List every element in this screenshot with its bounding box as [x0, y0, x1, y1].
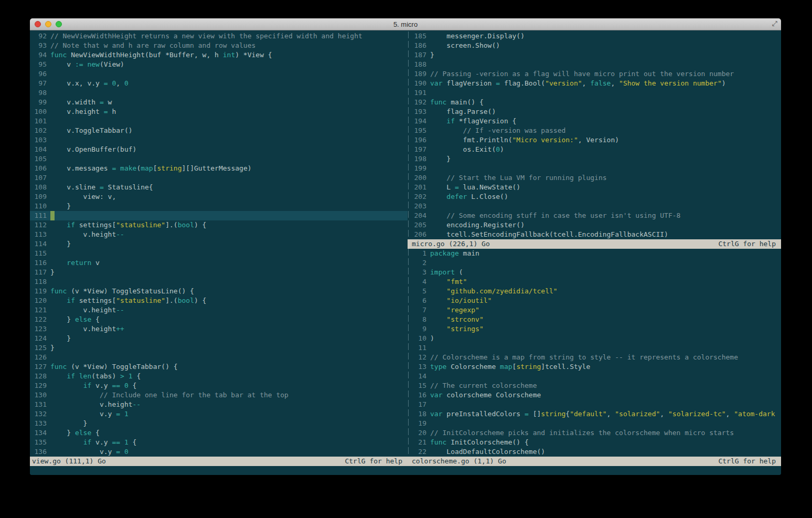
pane-colorscheme-go[interactable]: 1package main23import (4 "fmt"5 "github.…: [408, 249, 781, 457]
code-line-100[interactable]: 100 v.height = h: [32, 107, 408, 117]
code-line-120[interactable]: 120 if settings["statusline"].(bool) {: [32, 296, 408, 305]
code-line-102[interactable]: 102 v.ToggleTabbar(): [32, 126, 408, 135]
code-line-5[interactable]: 5 "github.com/zyedidia/tcell": [412, 287, 781, 296]
code-line-199[interactable]: 199: [412, 164, 781, 173]
code-line-114[interactable]: 114 }: [32, 239, 408, 249]
code-line-123[interactable]: 123 v.height++: [32, 324, 408, 334]
code-line-186[interactable]: 186 screen.Show(): [412, 41, 781, 50]
code-line-193[interactable]: 193 flag.Parse(): [412, 107, 781, 117]
zoom-button[interactable]: [56, 21, 62, 27]
code-line-4[interactable]: 4 "fmt": [412, 277, 781, 287]
code-line-188[interactable]: 188: [412, 60, 781, 69]
code-line-15[interactable]: 15// The current colorscheme: [412, 381, 781, 390]
pane-view-go[interactable]: 92// NewViewWidthHeight returns a new vi…: [30, 31, 408, 457]
code-line-107[interactable]: 107: [32, 173, 408, 183]
code-line-94[interactable]: 94func NewViewWidthHeight(buf *Buffer, w…: [32, 50, 408, 60]
code-line-187[interactable]: 187}: [412, 50, 781, 60]
code-line-20[interactable]: 20// InitColorscheme picks and initializ…: [412, 428, 781, 438]
code-line-205[interactable]: 205 encoding.Register(): [412, 220, 781, 230]
code-line-203[interactable]: 203: [412, 202, 781, 211]
code-line-19[interactable]: 19: [412, 419, 781, 428]
minimize-button[interactable]: [45, 21, 51, 27]
code-line-198[interactable]: 198 }: [412, 154, 781, 164]
code-line-129[interactable]: 129 if v.y == 0 {: [32, 381, 408, 390]
code-line-132[interactable]: 132 v.y = 1: [32, 409, 408, 419]
code-line-115[interactable]: 115: [32, 249, 408, 258]
code-line-131[interactable]: 131 v.height--: [32, 400, 408, 409]
code-line-14[interactable]: 14: [412, 372, 781, 381]
code-line-7[interactable]: 7 "regexp": [412, 305, 781, 315]
code-line-125[interactable]: 125}: [32, 343, 408, 353]
fullscreen-icon[interactable]: ⤢: [772, 19, 777, 28]
code-line-105[interactable]: 105: [32, 154, 408, 164]
code-line-121[interactable]: 121 v.height--: [32, 305, 408, 315]
code-line-133[interactable]: 133 }: [32, 419, 408, 428]
code-line-204[interactable]: 204 // Some encoding stuff in case the u…: [412, 211, 781, 220]
code-line-92[interactable]: 92// NewViewWidthHeight returns a new vi…: [32, 31, 408, 41]
code-line-192[interactable]: 192func main() {: [412, 98, 781, 107]
window-titlebar[interactable]: 5. micro ⤢: [30, 18, 781, 30]
code-line-126[interactable]: 126: [32, 353, 408, 362]
code-line-118[interactable]: 118: [32, 277, 408, 287]
code-line-116[interactable]: 116 return v: [32, 258, 408, 268]
code-line-1[interactable]: 1package main: [412, 249, 781, 258]
code-line-103[interactable]: 103: [32, 135, 408, 145]
code-line-9[interactable]: 9 "strings": [412, 324, 781, 334]
code-line-97[interactable]: 97 v.x, v.y = 0, 0: [32, 79, 408, 88]
code-line-189[interactable]: 189// Passing -version as a flag will ha…: [412, 69, 781, 79]
code-line-119[interactable]: 119func (v *View) ToggleStatusLine() {: [32, 287, 408, 296]
code-line-196[interactable]: 196 fmt.Println("Micro version:", Versio…: [412, 135, 781, 145]
code-line-104[interactable]: 104 v.OpenBuffer(buf): [32, 145, 408, 154]
code-line-134[interactable]: 134 } else {: [32, 428, 408, 438]
code-line-21[interactable]: 21func InitColorscheme() {: [412, 438, 781, 447]
code-line-112[interactable]: 112 if settings["statusline"].(bool) {: [32, 220, 408, 230]
code-line-128[interactable]: 128 if len(tabs) > 1 {: [32, 372, 408, 381]
close-button[interactable]: [35, 21, 41, 27]
code-line-202[interactable]: 202 defer L.Close(): [412, 192, 781, 202]
code-line-95[interactable]: 95 v := new(View): [32, 60, 408, 69]
code-line-108[interactable]: 108 v.sline = Statusline{: [32, 183, 408, 192]
code-line-122[interactable]: 122 } else {: [32, 315, 408, 324]
code-line-22[interactable]: 22 LoadDefaultColorscheme(): [412, 447, 781, 457]
code-line-195[interactable]: 195 // If -version was passed: [412, 126, 781, 135]
code-line-96[interactable]: 96: [32, 69, 408, 79]
code-line-201[interactable]: 201 L = lua.NewState(): [412, 183, 781, 192]
code-line-124[interactable]: 124 }: [32, 334, 408, 343]
code-line-106[interactable]: 106 v.messages = make(map[string][]Gutte…: [32, 164, 408, 173]
code-line-194[interactable]: 194 if *flagVersion {: [412, 117, 781, 126]
code-line-109[interactable]: 109 view: v,: [32, 192, 408, 202]
code-line-200[interactable]: 200 // Start the Lua VM for running plug…: [412, 173, 781, 183]
code-line-99[interactable]: 99 v.width = w: [32, 98, 408, 107]
code-line-111[interactable]: 111: [30, 211, 408, 220]
code-line-130[interactable]: 130 // Include one line for the tab bar …: [32, 390, 408, 400]
code-line-98[interactable]: 98: [32, 88, 408, 98]
pane-micro-go[interactable]: 185 messenger.Display()186 screen.Show()…: [408, 31, 781, 239]
code-line-113[interactable]: 113 v.height--: [32, 230, 408, 239]
code-line-10[interactable]: 10): [412, 334, 781, 343]
code-line-127[interactable]: 127func (v *View) ToggleTabbar() {: [32, 362, 408, 372]
code-line-8[interactable]: 8 "strconv": [412, 315, 781, 324]
code-line-12[interactable]: 12// Colorscheme is a map from string to…: [412, 353, 781, 362]
code-line-17[interactable]: 17: [412, 400, 781, 409]
code-line-197[interactable]: 197 os.Exit(0): [412, 145, 781, 154]
code-token: // Passing -version as a flag will have …: [430, 70, 734, 78]
code-line-191[interactable]: 191: [412, 88, 781, 98]
code-line-13[interactable]: 13type Colorscheme map[string]tcell.Styl…: [412, 362, 781, 372]
code-line-11[interactable]: 11: [412, 343, 781, 353]
code-line-18[interactable]: 18var preInstalledColors = []string{"def…: [412, 409, 781, 419]
code-line-101[interactable]: 101: [32, 117, 408, 126]
code-line-190[interactable]: 190var flagVersion = flag.Bool("version"…: [412, 79, 781, 88]
code-line-206[interactable]: 206 tcell.SetEncodingFallback(tcell.Enco…: [412, 230, 781, 239]
code-line-2[interactable]: 2: [412, 258, 781, 268]
code-line-6[interactable]: 6 "io/ioutil": [412, 296, 781, 305]
line-number: 109: [32, 192, 47, 202]
code-token: >: [120, 372, 124, 380]
code-line-110[interactable]: 110 }: [32, 202, 408, 211]
code-line-136[interactable]: 136 v.y = 0: [32, 447, 408, 457]
code-line-93[interactable]: 93// Note that w and h are raw column an…: [32, 41, 408, 50]
code-line-16[interactable]: 16var colorscheme Colorscheme: [412, 390, 781, 400]
code-line-185[interactable]: 185 messenger.Display(): [412, 31, 781, 41]
code-line-117[interactable]: 117}: [32, 268, 408, 277]
code-line-3[interactable]: 3import (: [412, 268, 781, 277]
code-line-135[interactable]: 135 if v.y == 1 {: [32, 438, 408, 447]
